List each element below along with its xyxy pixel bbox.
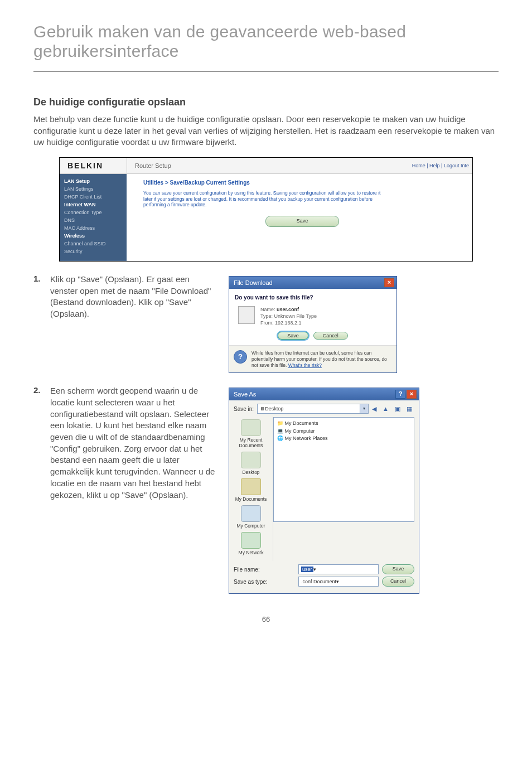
close-icon[interactable]: × (384, 278, 394, 287)
sidebar-security[interactable]: Security (60, 248, 127, 255)
save-in-label: Save in: (234, 406, 254, 412)
filename-label: File name: (234, 567, 295, 573)
warning-icon: ? (234, 350, 247, 364)
download-warning: While files from the Internet can be use… (252, 350, 392, 368)
place-network[interactable]: My Network (234, 532, 268, 555)
list-item[interactable]: 📁 My Documents (277, 420, 410, 428)
sidebar-conn-type[interactable]: Connection Type (60, 209, 127, 216)
close-icon[interactable]: × (407, 390, 417, 399)
router-screenshot: BELKIN Router Setup Home | Help | Logout… (59, 157, 473, 262)
page-title: Gebruik maken van de geavanceerde web-ba… (33, 22, 499, 61)
router-save-button[interactable]: Save (265, 216, 339, 227)
save-as-type-label: Save as type: (234, 579, 295, 585)
step-2-text: Een scherm wordt geopend waarin u de loc… (50, 385, 217, 594)
chevron-down-icon[interactable]: ▾ (313, 567, 316, 572)
file-icon (238, 306, 255, 324)
place-documents[interactable]: My Documents (234, 478, 268, 502)
list-item[interactable]: 🌐 My Network Places (277, 435, 410, 443)
chevron-down-icon[interactable]: ▾ (336, 579, 339, 584)
sidebar-wireless[interactable]: Wireless (60, 232, 127, 240)
file-listing[interactable]: 📁 My Documents 💻 My Computer 🌐 My Networ… (273, 417, 414, 522)
step-2-number: 2. (33, 385, 50, 594)
router-description: You can save your current configuration … (143, 190, 383, 208)
router-sidebar: LAN Setup LAN Settings DHCP Client List … (60, 174, 127, 261)
sidebar-dns[interactable]: DNS (60, 216, 127, 224)
router-header-links[interactable]: Home | Help | Logout Inte (412, 163, 472, 168)
nav-icons[interactable]: ◀ ▲ ▣ ▦ (372, 405, 414, 413)
save-as-title: Save As (234, 391, 256, 398)
download-question: Do you want to save this file? (235, 294, 391, 301)
help-icon[interactable]: ? (395, 390, 405, 399)
step-1-number: 1. (33, 274, 50, 373)
router-setup-title: Router Setup (127, 162, 412, 169)
cancel-button[interactable]: Cancel (382, 577, 414, 587)
save-as-dialog: Save As ? × Save in: 🖥 Desktop ▾ ◀ ▲ ▣ ▦… (229, 388, 419, 594)
places-bar: My Recent Documents Desktop My Documents… (229, 417, 273, 561)
router-breadcrumb: Utilities > Save/Backup Current Settings (143, 180, 461, 186)
download-metadata: Name: user.conf Type: Unknown File Type … (260, 306, 317, 326)
download-cancel-button[interactable]: Cancel (313, 332, 348, 340)
sidebar-mac[interactable]: MAC Address (60, 224, 127, 232)
page-number: 66 (33, 615, 499, 623)
step-1-text: Klik op "Save" (Opslaan). Er gaat een ve… (50, 274, 217, 373)
file-download-title: File Download (234, 279, 273, 286)
whats-the-risk-link[interactable]: What's the risk? (288, 362, 322, 368)
place-recent[interactable]: My Recent Documents (234, 419, 268, 448)
save-as-type-combo[interactable]: .conf Document▾ (298, 577, 379, 587)
desktop-icon: 🖥 (260, 406, 265, 412)
belkin-logo: BELKIN (60, 158, 127, 173)
place-desktop[interactable]: Desktop (234, 452, 268, 475)
sidebar-lan-setup[interactable]: LAN Setup (60, 177, 127, 185)
file-download-dialog: File Download × Do you want to save this… (229, 276, 397, 373)
sidebar-internet-wan[interactable]: Internet WAN (60, 201, 127, 209)
save-in-combo[interactable]: 🖥 Desktop ▾ (257, 404, 369, 414)
sidebar-lan-settings[interactable]: LAN Settings (60, 185, 127, 193)
sidebar-channel-ssid[interactable]: Channel and SSID (60, 240, 127, 248)
place-computer[interactable]: My Computer (234, 505, 268, 529)
section-heading: De huidige configuratie opslaan (33, 96, 499, 108)
filename-input[interactable]: user▾ (298, 564, 379, 574)
download-save-button[interactable]: Save (278, 332, 308, 340)
chevron-down-icon[interactable]: ▾ (360, 404, 368, 413)
list-item[interactable]: 💻 My Computer (277, 428, 410, 435)
sidebar-dhcp[interactable]: DHCP Client List (60, 193, 127, 201)
save-button[interactable]: Save (382, 564, 414, 574)
intro-paragraph: Met behulp van deze functie kunt u de hu… (33, 114, 499, 148)
